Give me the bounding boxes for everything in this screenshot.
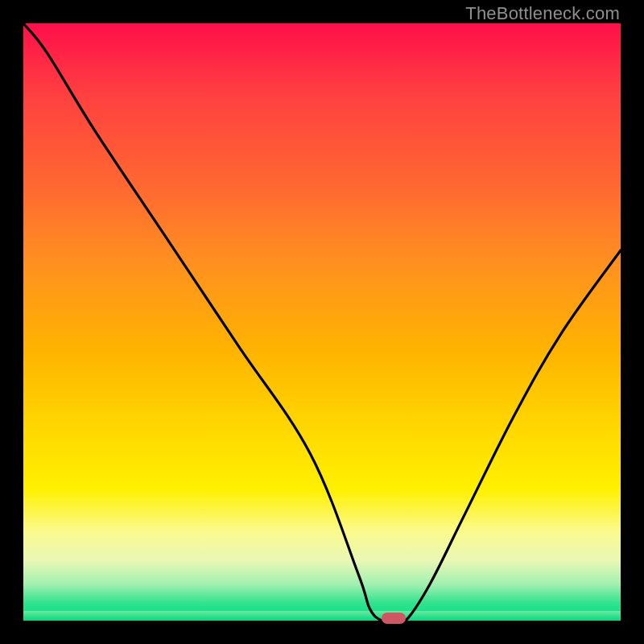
watermark-text: TheBottleneck.com xyxy=(465,3,620,24)
chart-frame: TheBottleneck.com xyxy=(0,0,644,644)
plot-area xyxy=(23,23,621,621)
minimum-marker xyxy=(382,613,406,624)
bottleneck-curve xyxy=(23,23,621,621)
